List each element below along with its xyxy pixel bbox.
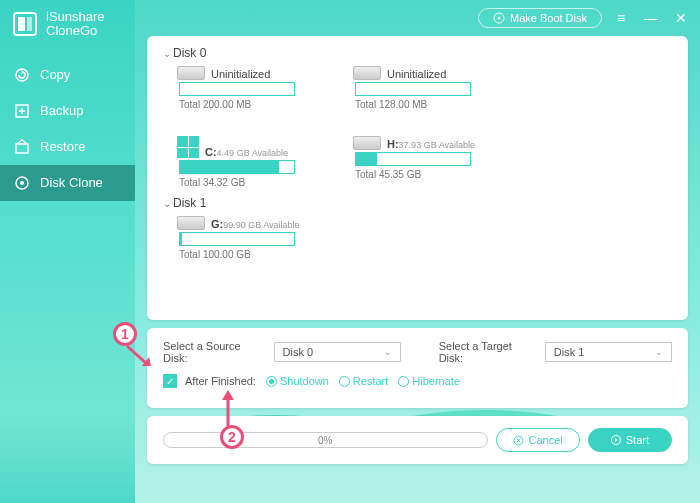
nav-copy[interactable]: Copy <box>0 57 135 93</box>
target-disk-select[interactable]: Disk 1 ⌄ <box>545 342 672 362</box>
progress-bar: 0% <box>163 432 488 448</box>
menu-button[interactable]: ≡ <box>610 7 632 29</box>
disk-1-title: Disk 1 <box>173 196 206 210</box>
disk-clone-icon <box>14 175 30 191</box>
chevron-down-icon: ⌄ <box>384 347 392 357</box>
svg-point-11 <box>497 17 500 20</box>
app-logo: iSunshare CloneGo <box>0 0 135 57</box>
nav-restore-label: Restore <box>40 139 86 154</box>
disk-0-header[interactable]: ⌄ Disk 0 <box>163 46 672 60</box>
chevron-down-icon: ⌄ <box>163 48 171 59</box>
svg-line-16 <box>127 346 147 364</box>
titlebar: Make Boot Disk ≡ — ✕ <box>135 0 700 36</box>
restore-icon <box>14 139 30 155</box>
play-icon <box>611 435 621 445</box>
disk-0-title: Disk 0 <box>173 46 206 60</box>
drive-icon <box>177 216 205 230</box>
app-name-2: CloneGo <box>46 24 105 38</box>
drive-icon <box>353 136 381 150</box>
cancel-icon <box>513 435 524 446</box>
annotation-callout-1: 1 <box>113 322 137 346</box>
usage-bar <box>179 82 295 96</box>
copy-icon <box>14 67 30 83</box>
nav-backup-label: Backup <box>40 103 83 118</box>
svg-rect-1 <box>18 17 25 31</box>
after-finished-checkbox[interactable]: ✓ <box>163 374 177 388</box>
partition-g[interactable]: G:99.90 GB Available Total 100.00 GB <box>177 216 327 260</box>
nav-backup[interactable]: Backup <box>0 93 135 129</box>
drive-icon <box>353 66 381 80</box>
disk-list-panel: ⌄ Disk 0 Uninitialized Total 200.00 MB U… <box>147 36 688 320</box>
svg-point-9 <box>20 181 24 185</box>
partition-uninit-0[interactable]: Uninitialized Total 200.00 MB <box>177 66 327 110</box>
nav-restore[interactable]: Restore <box>0 129 135 165</box>
nav-disk-clone[interactable]: Disk Clone <box>0 165 135 201</box>
nav-disk-clone-label: Disk Clone <box>40 175 103 190</box>
usage-bar <box>355 152 471 166</box>
after-finished-label: After Finished: <box>185 375 256 387</box>
annotation-arrow-1 <box>125 344 155 370</box>
svg-rect-2 <box>27 17 32 31</box>
close-button[interactable]: ✕ <box>670 7 692 29</box>
logo-icon <box>12 11 38 37</box>
source-disk-select[interactable]: Disk 0 ⌄ <box>274 342 401 362</box>
minimize-button[interactable]: — <box>640 7 662 29</box>
disc-icon <box>493 12 505 24</box>
app-name-1: iSunshare <box>46 10 105 24</box>
sidebar: iSunshare CloneGo Copy Backup Restore Di… <box>0 0 135 503</box>
cancel-button[interactable]: Cancel <box>496 428 580 452</box>
nav-copy-label: Copy <box>40 67 70 82</box>
make-boot-disk-button[interactable]: Make Boot Disk <box>478 8 602 28</box>
usage-bar <box>179 160 295 174</box>
chevron-down-icon: ⌄ <box>163 198 171 209</box>
usage-bar <box>355 82 471 96</box>
source-disk-label: Select a Source Disk: <box>163 340 266 364</box>
disk-1-header[interactable]: ⌄ Disk 1 <box>163 196 672 210</box>
target-disk-label: Select a Target Disk: <box>439 340 537 364</box>
radio-restart[interactable]: Restart <box>339 375 388 387</box>
radio-shutdown[interactable]: Shutdown <box>266 375 329 387</box>
backup-icon <box>14 103 30 119</box>
start-button[interactable]: Start <box>588 428 672 452</box>
radio-hibernate[interactable]: Hibernate <box>398 375 460 387</box>
annotation-arrow-2 <box>217 388 239 428</box>
make-boot-label: Make Boot Disk <box>510 12 587 24</box>
usage-bar <box>179 232 295 246</box>
svg-rect-7 <box>16 144 28 153</box>
annotation-callout-2: 2 <box>220 425 244 449</box>
partition-h[interactable]: H:37.93 GB Available Total 45.35 GB <box>353 136 503 188</box>
drive-icon <box>177 66 205 80</box>
windows-icon <box>177 136 199 158</box>
chevron-down-icon: ⌄ <box>655 347 663 357</box>
partition-uninit-1[interactable]: Uninitialized Total 128.00 MB <box>353 66 503 110</box>
partition-c[interactable]: C:4.49 GB Available Total 34.32 GB <box>177 136 327 188</box>
